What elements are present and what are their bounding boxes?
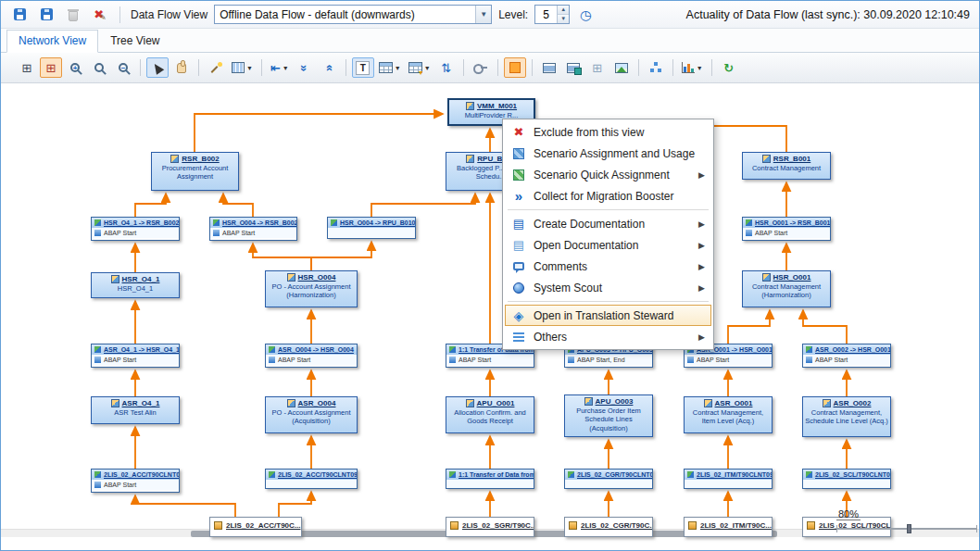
spinner-up-icon[interactable]: ▲ xyxy=(558,6,569,15)
select-tool-button[interactable] xyxy=(146,57,169,78)
grid-export-button[interactable]: ⊞ xyxy=(586,57,609,78)
key-button[interactable] xyxy=(470,57,492,78)
node-ASR_O001[interactable]: ASR_O001Contract Management, Item Level … xyxy=(684,396,773,433)
expand-all-button[interactable]: » xyxy=(318,57,340,78)
datasource-icon xyxy=(450,521,459,530)
collapse-all-button[interactable]: » xyxy=(294,57,316,78)
node-TRF_2LIS_02_CGR[interactable]: 2LIS_02_CGR/T90CLNT090 ->... xyxy=(564,469,653,489)
node-TRF_2LIS_02_ITM[interactable]: 2LIS_02_ITM/T90CLNT090 ->... xyxy=(684,469,773,489)
menu-item-open-documentation[interactable]: ▤Open Documentation▶ xyxy=(505,234,711,256)
table-view-button[interactable]: ▼ xyxy=(376,57,404,78)
zoom-out-button[interactable]: − xyxy=(112,57,134,78)
text-tool-button[interactable]: T xyxy=(352,57,374,78)
go-to-start-button[interactable]: ⇤▼ xyxy=(268,57,292,78)
zoom-slider[interactable] xyxy=(836,528,977,530)
node-subtitle: PO - Account Assignment (Acquisition) xyxy=(266,407,357,428)
node-TRF_ASR_O002_HSR_O001[interactable]: ASR_O002 -> HSR_O001ABAP Start xyxy=(802,344,891,368)
spinner-down-icon[interactable]: ▼ xyxy=(558,15,569,23)
tab-tree-view[interactable]: Tree View xyxy=(98,30,171,53)
dropdown-arrow-icon[interactable]: ▼ xyxy=(424,65,431,71)
dropdown-arrow-icon[interactable]: ▼ xyxy=(395,65,401,71)
export-image-button[interactable] xyxy=(610,57,633,78)
print-button[interactable] xyxy=(538,57,560,78)
pan-tool-button[interactable] xyxy=(170,57,193,78)
menu-item-system-scout[interactable]: System Scout▶ xyxy=(505,277,711,298)
zoom-slider-handle[interactable] xyxy=(907,524,911,533)
zoom-in-button[interactable]: + xyxy=(64,57,86,78)
menu-item-scenario-quick-assignment[interactable]: Scenario Quick Assignment▶ xyxy=(505,164,711,185)
node-RSR_B002[interactable]: RSR_B002Procurement Account Assignment xyxy=(151,152,239,191)
node-title: 2LIS_02_SCL/T90CLNT090 ->... xyxy=(815,471,890,478)
node-ASR_O4_1[interactable]: ASR_O4_1ASR Test Alin xyxy=(91,396,180,424)
menu-item-collect-for-migration-booster[interactable]: »Collect for Migration Booster xyxy=(505,185,711,207)
menu-item-scenario-assignment-and-usage[interactable]: Scenario Assignment and Usage xyxy=(505,143,711,164)
node-TRF_HSR_O001_RSR_B001[interactable]: HSR_O001 -> RSR_B001ABAP Start xyxy=(742,217,831,241)
node-ASR_O002[interactable]: ASR_O002Contract Management, Schedule Li… xyxy=(802,396,891,437)
remove-dataflow-button[interactable]: ✖✎ xyxy=(89,5,111,25)
node-TRF_2LIS_TRANSFER[interactable]: 1:1 Transfer of Data from 2LIS... xyxy=(446,469,534,489)
dropdown-arrow-icon[interactable]: ▼ xyxy=(697,65,703,71)
connection-line xyxy=(311,242,371,270)
network-diagram-canvas[interactable]: ✖Exclude from this viewScenario Assignme… xyxy=(1,83,979,550)
node-TRF_HSR_O004_RSR_B002[interactable]: HSR_O004 -> RSR_B002ABAP Start xyxy=(209,217,297,241)
node-TRF_2LIS_02_SCL[interactable]: 2LIS_02_SCL/T90CLNT090 ->... xyxy=(802,469,891,489)
scenario-quick-icon xyxy=(511,169,526,181)
node-subtitle: ABAP Start xyxy=(104,230,136,236)
magic-wand-button[interactable] xyxy=(205,57,227,78)
dataflow-select[interactable]: Offline Data Flow - default (downwards) … xyxy=(214,5,492,24)
combo-dropdown-icon[interactable]: ▼ xyxy=(475,6,491,23)
dropdown-arrow-icon[interactable]: ▼ xyxy=(283,65,289,71)
node-RSR_B001[interactable]: RSR_B001Contract Management xyxy=(742,152,831,180)
dataflow-view-label: Data Flow View xyxy=(131,8,207,21)
toolbar-separator xyxy=(638,59,639,76)
node-body xyxy=(685,480,772,489)
chart-button[interactable]: ▼ xyxy=(679,57,706,78)
menu-item-others[interactable]: Others▶ xyxy=(505,326,711,347)
tab-network-view[interactable]: Network View xyxy=(6,30,98,53)
node-subtitle: ABAP Start xyxy=(104,482,136,488)
transformation-icon xyxy=(94,219,101,226)
node-DS_2LIS_02_ACC[interactable]: 2LIS_02_ACC/T90C... xyxy=(209,517,302,537)
overview-grid-button[interactable]: ⊞ xyxy=(16,57,38,78)
process-step-icon xyxy=(94,357,101,363)
highlight-toggle-button[interactable] xyxy=(504,57,526,78)
top-toolbar: ✖✎ Data Flow View Offline Data Flow - de… xyxy=(1,1,979,29)
refresh-button[interactable]: ↻ xyxy=(718,57,740,78)
node-DS_2LIS_02_ITM[interactable]: 2LIS_02_ITM/T90C... xyxy=(684,517,773,537)
node-DS_2LIS_02_SGR[interactable]: 2LIS_02_SGR/T90C... xyxy=(446,517,534,537)
dropdown-arrow-icon[interactable]: ▼ xyxy=(246,65,253,71)
node-ASR_O004[interactable]: ASR_O004PO - Account Assignment (Acquisi… xyxy=(265,396,358,433)
save-button[interactable] xyxy=(8,5,31,25)
node-TRF_ASR_O004_HSR_O004[interactable]: ASR_O004 -> HSR_O004ABAP Start xyxy=(265,344,358,368)
layout-columns-button[interactable]: ▼ xyxy=(229,57,256,78)
node-TRF_ASR_O4_1_HSR_O4_1[interactable]: ASR_O4_1 -> HSR_O4_1ABAP Start xyxy=(91,344,180,368)
node-APU_O001[interactable]: APU_O001Allocation Confirm. and Goods Re… xyxy=(446,396,534,433)
node-TRF_2LIS_02_ACC_B[interactable]: 2LIS_02_ACC/T90CLNT090 ->... xyxy=(265,469,358,489)
sort-filter-button[interactable]: ⇅ xyxy=(435,57,458,78)
table-filter-button[interactable]: ▼ xyxy=(406,57,433,78)
node-HSR_O4_1[interactable]: HSR_O4_1HSR_O4_1 xyxy=(91,272,180,298)
menu-item-comments[interactable]: Comments▶ xyxy=(505,256,711,277)
node-APU_O003[interactable]: APU_O003Purchase Order Item Schedule Lin… xyxy=(564,394,653,437)
grid-settings-button[interactable]: ⊞ xyxy=(40,57,62,78)
node-title: 2LIS_02_CGR/T90CLNT090 ->... xyxy=(577,471,652,478)
menu-item-open-in-translation-steward[interactable]: ◈Open in Translation Steward xyxy=(505,305,711,326)
menu-item-exclude-from-this-view[interactable]: ✖Exclude from this view xyxy=(505,121,711,143)
level-spinner[interactable]: 5 ▲▼ xyxy=(534,5,570,24)
node-TRF_HSR_O4_1_RSR_B002[interactable]: HSR_O4_1 -> RSR_B002ABAP Start xyxy=(91,217,180,241)
mini-tree-button[interactable] xyxy=(645,57,667,78)
node-subtitle: ABAP Start xyxy=(755,230,787,236)
node-body xyxy=(328,228,415,237)
node-TRF_2LIS_02_ACC_A[interactable]: 2LIS_02_ACC/T90CLNT090 ->...ABAP Start xyxy=(91,469,180,493)
zoom-normal-button[interactable] xyxy=(88,57,110,78)
node-DS_2LIS_02_CGR[interactable]: 2LIS_02_CGR/T90C... xyxy=(564,517,653,537)
print-export-button[interactable] xyxy=(562,57,584,78)
menu-item-create-documentation[interactable]: ▤Create Documentation▶ xyxy=(505,213,711,234)
actuality-status-text: Actuality of Data Flow (last sync.): 30.… xyxy=(686,8,970,21)
node-HSR_O004[interactable]: HSR_O004PO - Account Assignment (Harmoni… xyxy=(265,270,358,307)
save-as-button[interactable] xyxy=(35,5,57,25)
delete-button[interactable] xyxy=(62,5,84,25)
actuality-check-button[interactable]: ◷ xyxy=(574,5,597,25)
node-HSR_O001[interactable]: HSR_O001Contract Management (Harmonizati… xyxy=(742,270,831,307)
node-TRF_HSR_O004_RPU_B010[interactable]: HSR_O004 -> RPU_B010 xyxy=(327,217,416,239)
